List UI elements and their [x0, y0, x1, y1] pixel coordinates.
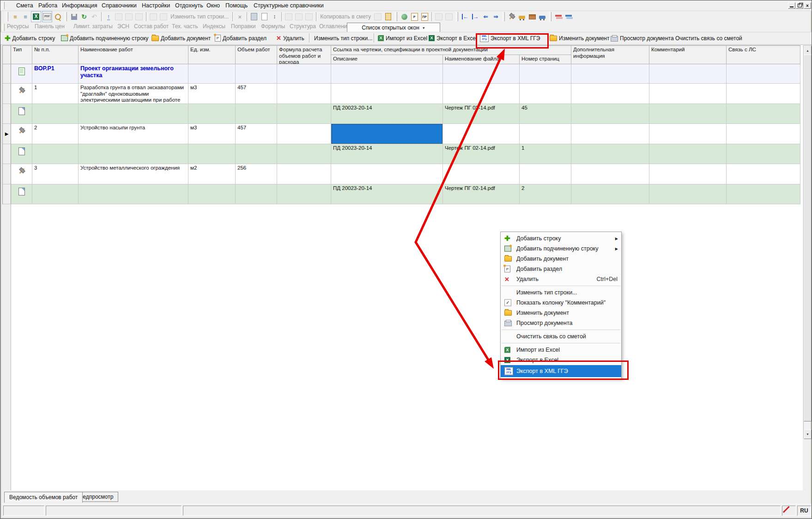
menu-strukturnye-spravochniki[interactable]: Структурные справочники [252, 1, 326, 10]
copy-page-button[interactable] [260, 12, 269, 22]
outdent-button[interactable]: ← [461, 12, 470, 22]
context-delete[interactable]: ✕ Удалить Ctrl+Del [501, 274, 621, 284]
layers-red-button[interactable] [554, 12, 563, 22]
work-tool-button[interactable] [507, 12, 516, 22]
row-name-cell[interactable] [79, 104, 188, 124]
context-add-section[interactable]: Р Добавить раздел [501, 264, 621, 274]
row-extra-cell[interactable] [571, 64, 649, 84]
row-formula-cell[interactable] [277, 184, 331, 204]
toolbar-grip[interactable] [65, 12, 67, 21]
edit-document-button[interactable]: Изменить документ [548, 33, 611, 43]
row-name-cell[interactable]: Разработка грунта в отвал экскаваторами … [79, 84, 188, 104]
toolbar-grip[interactable] [2, 2, 5, 9]
search-button[interactable] [53, 12, 62, 22]
calculator-button[interactable] [249, 12, 259, 22]
menu-nastroyki[interactable]: Настройки [140, 1, 172, 10]
selected-cell[interactable] [331, 124, 443, 144]
view-document-button[interactable]: Просмотр документа [609, 33, 675, 43]
add-sub-row-button[interactable]: Добавить подчиненную строку [60, 33, 150, 43]
row-estimate-link-cell[interactable] [727, 164, 800, 184]
sort-button[interactable]: ↕ [270, 12, 279, 22]
structure-tree-button[interactable]: ≡ [11, 12, 20, 22]
change-row-type-button[interactable]: Изменить тип строки... [313, 33, 374, 43]
add-section-button[interactable]: РДобавить раздел [213, 33, 268, 43]
row-formula-cell[interactable] [277, 164, 331, 184]
row-volume-cell[interactable] [236, 64, 277, 84]
menu-spravochniki[interactable]: Справочники [100, 1, 139, 10]
menu-okno[interactable]: Окно [205, 1, 222, 10]
row-estimate-link-cell[interactable] [727, 64, 800, 84]
row-comment-cell[interactable] [649, 104, 727, 124]
language-indicator[interactable]: RU [797, 506, 811, 516]
row-type-cell[interactable] [11, 84, 32, 104]
restore-button[interactable] [796, 2, 803, 9]
row-name-cell[interactable]: Устройство металлического ограждения [79, 164, 188, 184]
row-volume-cell[interactable]: 457 [236, 84, 277, 104]
row-type-cell[interactable] [11, 124, 32, 144]
context-show-comment-column[interactable]: ✓ Показать колонку "Комментарий" [501, 298, 621, 308]
menu-otdohnut[interactable]: Отдохнуть [173, 1, 205, 10]
row-file-cell[interactable] [443, 164, 520, 184]
row-extra-cell[interactable] [571, 184, 649, 204]
row-estimate-link-cell[interactable] [727, 104, 800, 124]
toolbar-grip[interactable] [456, 12, 458, 21]
add-document-button[interactable]: Добавить документ [150, 33, 212, 43]
toolbar-grip[interactable] [395, 12, 397, 21]
row-marker-cell[interactable] [3, 144, 11, 164]
scroll-up-button[interactable]: ▲ [804, 46, 812, 55]
context-add-document[interactable]: Добавить документ [501, 254, 621, 264]
row-volume-cell[interactable] [236, 184, 277, 204]
row-desc-cell[interactable] [331, 84, 443, 104]
paste-special-button[interactable]: ↑ [104, 12, 113, 22]
excel-button[interactable]: X [31, 11, 41, 22]
row-type-cell[interactable] [11, 64, 32, 84]
context-import-excel[interactable]: X Импорт из Excel [501, 345, 621, 355]
row-unit-cell[interactable]: м3 [188, 124, 236, 144]
row-num-cell[interactable]: ВОР.Р1 [32, 64, 79, 84]
current-row-marker-cell[interactable]: ▶ [3, 124, 11, 144]
row-formula-cell[interactable] [277, 124, 331, 144]
row-comment-cell[interactable] [649, 144, 727, 164]
row-extra-cell[interactable] [571, 104, 649, 124]
row-num-cell[interactable] [32, 104, 79, 124]
menu-rabota[interactable]: Работа [36, 1, 59, 10]
row-marker-cell[interactable] [3, 104, 11, 124]
row-extra-cell[interactable] [571, 144, 649, 164]
context-edit-document[interactable]: Изменить документ [501, 308, 621, 318]
context-add-sub-row[interactable]: Добавить подчиненную строку ▶ [501, 244, 621, 254]
row-comment-cell[interactable] [649, 84, 727, 104]
row-marker-cell[interactable] [3, 164, 11, 184]
row-unit-cell[interactable]: м3 [188, 84, 236, 104]
scroll-down-button[interactable]: ▼ [804, 429, 812, 439]
truck-yellow-button[interactable] [517, 12, 527, 22]
row-pages-cell[interactable] [520, 124, 571, 144]
row-volume-cell[interactable]: 457 [236, 124, 277, 144]
menu-smeta[interactable]: Смета [14, 1, 35, 10]
row-volume-cell[interactable] [236, 144, 277, 164]
row-file-cell[interactable]: Чертеж ПГ 02-14.pdf [443, 184, 520, 204]
row-num-cell[interactable] [32, 184, 79, 204]
row-estimate-link-cell[interactable] [727, 184, 800, 204]
import-globe-button[interactable] [400, 12, 409, 22]
row-extra-cell[interactable] [571, 164, 649, 184]
menu-pomosh[interactable]: Помощь [224, 1, 249, 10]
row-estimate-link-cell[interactable] [727, 144, 800, 164]
shift-left-button[interactable]: ⇐ [481, 12, 490, 22]
menu-informacia[interactable]: Информация [60, 1, 99, 10]
export-xml-gge-button[interactable]: Экспорт в XML ГГЭ [479, 33, 541, 43]
row-pages-cell[interactable]: 1 [520, 144, 571, 164]
row-volume-cell[interactable]: 256 [236, 164, 277, 184]
subordinate-tree-button[interactable]: ≡ [21, 12, 30, 22]
context-export-xml-gge[interactable]: Экспорт в XML ГГЭ [501, 365, 621, 377]
row-num-cell[interactable]: 2 [32, 124, 79, 144]
scrollbar-thumb[interactable] [804, 55, 812, 421]
row-num-cell[interactable]: 1 [32, 84, 79, 104]
row-unit-cell[interactable] [188, 64, 236, 84]
save-button[interactable] [69, 12, 79, 22]
row-num-cell[interactable] [32, 144, 79, 164]
row-marker-cell[interactable] [3, 64, 11, 84]
context-clear-estimate-link[interactable]: Очистить связь со сметой [501, 331, 621, 342]
toolbar-grip[interactable] [503, 12, 505, 21]
row-pages-cell[interactable]: 45 [520, 104, 571, 124]
refresh-button[interactable]: ↻ [79, 12, 89, 22]
